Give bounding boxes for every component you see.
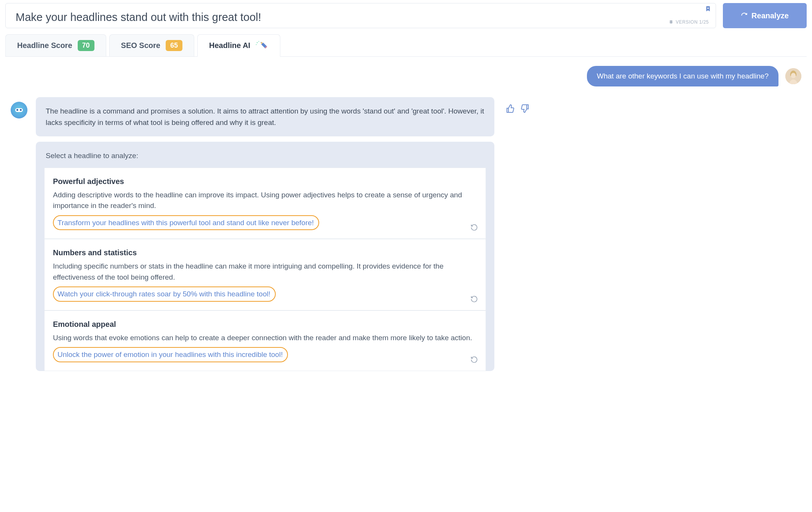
suggestion-headline-link[interactable]: Unlock the power of emotion in your head… [53, 347, 288, 362]
suggestion-description: Adding descriptive words to the headline… [53, 190, 477, 211]
headline-text: Make your headlines stand out with this … [16, 10, 707, 24]
version-label: VERSION 1/25 [669, 19, 709, 25]
ai-analysis-bubble: The headline is a command and promises a… [36, 97, 494, 136]
regenerate-icon[interactable] [470, 295, 478, 302]
tab-headline-score[interactable]: Headline Score 70 [5, 34, 106, 56]
thumbs-down-icon[interactable] [520, 104, 529, 115]
suggestion-card: Numbers and statistics Including specifi… [44, 239, 486, 310]
suggestion-title: Emotional appeal [53, 318, 477, 330]
bookmark-icon[interactable] [705, 6, 711, 13]
user-avatar[interactable] [785, 68, 801, 84]
suggestion-title: Numbers and statistics [53, 247, 477, 259]
suggestion-card: Emotional appeal Using words that evoke … [44, 310, 486, 371]
refresh-icon [741, 12, 748, 19]
svg-point-2 [256, 44, 257, 45]
suggestion-card: Powerful adjectives Adding descriptive w… [44, 168, 486, 239]
feedback-buttons [506, 104, 529, 115]
thumbs-up-icon[interactable] [506, 104, 515, 115]
headline-input[interactable]: Make your headlines stand out with this … [5, 3, 716, 28]
user-message-bubble: What are other keywords I can use with m… [587, 66, 778, 86]
regenerate-icon[interactable] [470, 223, 478, 231]
svg-point-0 [257, 42, 257, 43]
suggestion-description: Using words that evoke emotions can help… [53, 333, 477, 344]
suggestion-title: Powerful adjectives [53, 176, 477, 187]
suggestion-headline-link[interactable]: Watch your click-through rates soar by 5… [53, 286, 276, 302]
svg-point-1 [259, 41, 259, 42]
select-headline-label: Select a headline to analyze: [46, 150, 484, 161]
reanalyze-button[interactable]: Reanalyze [723, 3, 807, 28]
seo-score-badge: 65 [166, 40, 182, 51]
ai-avatar [11, 102, 27, 118]
regenerate-icon[interactable] [470, 355, 478, 363]
suggestion-description: Including specific numbers or stats in t… [53, 261, 477, 283]
tab-seo-score[interactable]: SEO Score 65 [109, 34, 194, 56]
tab-headline-ai[interactable]: Headline AI [197, 34, 280, 57]
sparkle-pencil-icon [256, 41, 269, 51]
tabs: Headline Score 70 SEO Score 65 Headline … [5, 34, 807, 57]
headline-score-badge: 70 [78, 40, 94, 51]
stack-icon [669, 20, 673, 24]
suggestions-panel: Select a headline to analyze: Powerful a… [36, 142, 494, 371]
suggestion-headline-link[interactable]: Transform your headlines with this power… [53, 215, 319, 230]
